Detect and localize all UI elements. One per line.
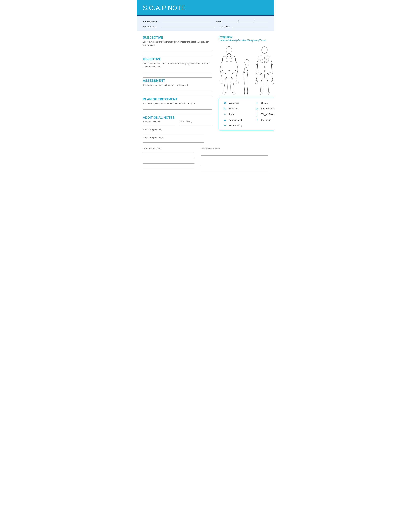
assessment-section: ASSESSMENT Treatment used and client res… — [143, 79, 212, 97]
adhesion-icon: ✕ — [223, 101, 227, 105]
plan-lines — [143, 107, 212, 114]
trigger-label: Trigger Point — [261, 113, 274, 116]
header-bar — [137, 15, 274, 16]
plan-line-1[interactable] — [143, 107, 212, 110]
objective-line-2[interactable] — [143, 75, 212, 77]
injury-label: Date of injury — [180, 120, 212, 123]
medications-label: Current medications: — [143, 147, 194, 150]
patient-name-field[interactable] — [162, 20, 211, 23]
body-diagrams — [219, 43, 274, 95]
symptoms-title: Symptoms: — [219, 36, 274, 38]
modality2-input[interactable] — [143, 140, 204, 142]
bottom-left: Current medications: — [143, 147, 194, 171]
injury-input[interactable] — [180, 124, 212, 126]
date-fields: / / — [224, 20, 268, 23]
session-type-label: Session Type — [143, 25, 162, 28]
insurance-field: Insurance ID number — [143, 120, 175, 126]
subjective-line-2[interactable] — [143, 53, 212, 56]
patient-name-label: Patient Name — [143, 20, 162, 23]
duration-label: Duration — [220, 25, 233, 28]
add-notes-line-2[interactable] — [201, 158, 268, 161]
medications-line-4[interactable] — [143, 166, 194, 169]
bottom-right: Add Additional Notes — [201, 147, 268, 171]
subjective-lines — [143, 48, 212, 56]
additional-section-left: ADDITIONAL NOTES Insurance ID number Dat… — [143, 116, 212, 142]
duration-field[interactable] — [233, 25, 268, 28]
legend-trigger: ∫ Trigger Point — [255, 112, 274, 116]
page-title: S.O.A.P NOTE — [143, 5, 268, 11]
svg-line-1 — [227, 53, 228, 56]
modality1-field: Modality Type (code): — [143, 128, 212, 134]
rotation-label: Rotation — [229, 107, 238, 110]
assessment-lines — [143, 88, 212, 96]
inflammation-label: Inflammation — [261, 107, 274, 110]
modality1-label: Modality Type (code): — [143, 128, 163, 131]
session-type-field[interactable] — [162, 25, 215, 28]
medications-field: Current medications: — [143, 147, 194, 153]
subjective-line-1[interactable] — [143, 48, 212, 51]
legend-adhesion: ✕ Adhesion — [223, 101, 252, 105]
add-notes-line-1[interactable] — [201, 153, 268, 156]
assessment-line-2[interactable] — [143, 93, 212, 96]
subjective-section: SUBJECTIVE Client symptoms and informati… — [143, 36, 212, 57]
assessment-desc: Treatment used and client response to tr… — [143, 84, 212, 87]
legend-elevation: / Elevation — [255, 118, 274, 122]
plan-line-2[interactable] — [143, 112, 212, 114]
date-label: Date — [216, 20, 224, 23]
right-column: Symptoms: Location/intensity/Duration/Fr… — [219, 36, 274, 142]
modality2-field: Modality Type (code): — [143, 136, 212, 142]
objective-line-1[interactable] — [143, 70, 212, 73]
injury-field: Date of injury — [180, 120, 212, 126]
date-sep-2: / — [254, 20, 254, 23]
main-content: SUBJECTIVE Client symptoms and informati… — [137, 31, 274, 146]
modality1-input[interactable] — [143, 132, 204, 134]
add-notes-line-3[interactable] — [201, 163, 268, 166]
legend-spasm: ≈ Spasm — [255, 101, 274, 105]
legend-pain: ○ Pain — [223, 112, 252, 116]
body-side-svg — [241, 59, 252, 95]
figure-front — [219, 47, 240, 95]
legend-hypertonicity: ≡ Hypertonicity — [223, 124, 252, 127]
symptoms-subtitle: Location/intensity/Duration/Frequency/On… — [219, 39, 274, 42]
svg-point-8 — [244, 59, 249, 65]
svg-line-11 — [263, 53, 263, 56]
elevation-label: Elevation — [261, 119, 271, 121]
pain-label: Pain — [229, 113, 234, 116]
date-year[interactable] — [255, 20, 268, 23]
hypertonicity-label: Hypertonicity — [229, 124, 242, 127]
hypertonicity-icon: ≡ — [223, 124, 227, 127]
add-notes-line-4[interactable] — [201, 168, 268, 171]
assessment-title: ASSESSMENT — [143, 79, 212, 83]
body-front-svg — [219, 47, 240, 95]
legend-box: ✕ Adhesion ≈ Spasm ↻ Rotation ◎ Inflamma… — [219, 98, 274, 130]
svg-line-9 — [246, 65, 246, 67]
subjective-title: SUBJECTIVE — [143, 36, 212, 39]
insurance-label: Insurance ID number — [143, 120, 175, 123]
plan-section: PLAN OF TREATMENT Treatment options, rec… — [143, 97, 212, 116]
legend-rotation: ↻ Rotation — [223, 107, 252, 111]
spasm-label: Spasm — [261, 102, 268, 104]
assessment-line-1[interactable] — [143, 88, 212, 91]
session-type-row: Session Type Duration — [143, 25, 268, 28]
medications-line-1[interactable] — [143, 150, 194, 153]
adhesion-label: Adhesion — [229, 102, 239, 104]
date-month[interactable] — [224, 20, 237, 23]
medications-line-3[interactable] — [143, 161, 194, 164]
plan-title: PLAN OF TREATMENT — [143, 97, 212, 101]
trigger-icon: ∫ — [255, 112, 259, 116]
svg-point-10 — [262, 47, 267, 54]
header: S.O.A.P NOTE — [137, 0, 274, 15]
insurance-input[interactable] — [143, 124, 175, 126]
figure-side — [241, 59, 252, 95]
date-day[interactable] — [240, 20, 253, 23]
objective-lines — [143, 70, 212, 77]
date-sep-1: / — [238, 20, 239, 23]
tender-icon: ● — [223, 118, 227, 122]
subjective-desc: Client symptoms and information given by… — [143, 40, 212, 47]
tender-label: Tender Point — [229, 119, 242, 121]
body-back-svg — [254, 47, 274, 95]
svg-line-12 — [266, 53, 266, 56]
figure-back — [254, 47, 274, 95]
legend-inflammation: ◎ Inflammation — [255, 107, 274, 111]
medications-line-2[interactable] — [143, 156, 194, 159]
